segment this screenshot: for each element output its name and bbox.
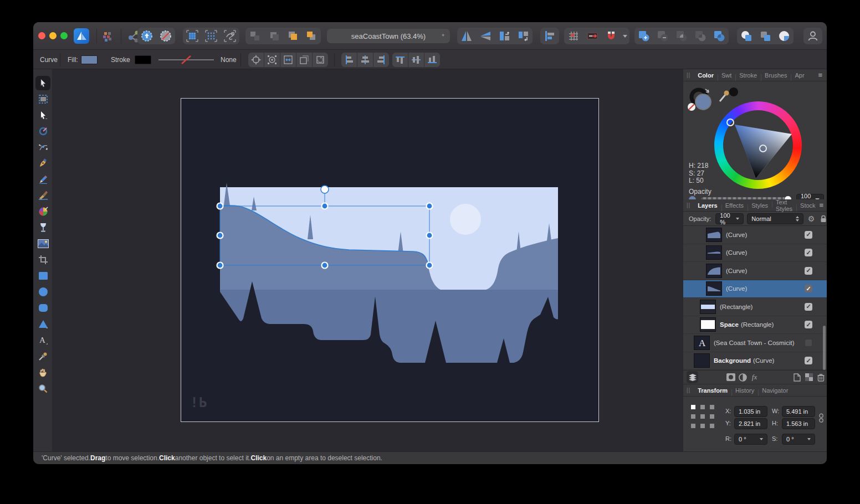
boolean-combine-button[interactable] <box>710 28 729 44</box>
delete-layer-trash-icon[interactable] <box>815 371 827 383</box>
insert-inside-button[interactable] <box>583 28 602 44</box>
align-center-h-button[interactable] <box>357 53 373 67</box>
tab-stroke[interactable]: Stroke <box>735 72 761 79</box>
tab-color[interactable]: Color <box>694 72 718 79</box>
stroke-width-slider[interactable] <box>158 50 214 69</box>
h-input[interactable]: 1.563 in <box>782 418 815 429</box>
close-button[interactable] <box>38 32 45 39</box>
tab-transform[interactable]: Transform <box>694 387 731 394</box>
snap-center-icon[interactable] <box>248 53 264 67</box>
layer-row[interactable]: (Curve)✓ <box>683 280 827 299</box>
bezier-handles-tool[interactable] <box>35 140 51 155</box>
vector-brush-tool[interactable] <box>35 188 51 203</box>
tab-appearance[interactable]: Apr <box>791 72 808 79</box>
layer-row[interactable]: Space(Rectangle)✓ <box>683 316 827 335</box>
stroke-swatch[interactable] <box>135 55 151 64</box>
lock-icon[interactable] <box>820 215 827 223</box>
separate-curves-button[interactable] <box>756 28 775 44</box>
y-input[interactable]: 2.821 in <box>734 418 767 429</box>
point-transform-tool[interactable] <box>35 124 51 138</box>
tab-text-styles[interactable]: Text Styles <box>772 199 796 212</box>
triangle-tool[interactable] <box>35 317 51 331</box>
pencil-tool[interactable] <box>35 172 51 187</box>
layer-visibility-checkbox[interactable]: ✓ <box>805 231 812 239</box>
w-input[interactable]: 5.491 in <box>782 406 815 417</box>
layer-thumbnail[interactable] <box>694 354 709 367</box>
layer-row[interactable]: (Curve)✓ <box>683 262 827 280</box>
tab-brushes[interactable]: Brushes <box>761 72 791 79</box>
panel-drag-handle[interactable]: || <box>687 387 690 393</box>
transform-objects-button[interactable] <box>221 28 239 44</box>
show-grid-button[interactable] <box>183 28 202 44</box>
pen-tool[interactable] <box>35 156 51 171</box>
align-right-button[interactable] <box>373 53 389 67</box>
layer-visibility-checkbox[interactable]: ✓ <box>805 321 812 328</box>
layer-effects-fx-icon[interactable]: fx <box>749 371 760 383</box>
tab-stock[interactable]: Stock <box>796 202 820 209</box>
account-button[interactable] <box>803 28 822 44</box>
layer-row[interactable]: (Rectangle)✓ <box>683 298 827 316</box>
document-title[interactable]: seaCoastTown (63.4%) * <box>327 29 450 43</box>
new-layer-icon[interactable] <box>791 371 803 383</box>
layer-thumbnail[interactable] <box>707 246 721 259</box>
layer-row[interactable]: Background(Curve)✓ <box>683 352 827 371</box>
stroke-width-value[interactable]: None <box>221 56 237 64</box>
rounded-rectangle-tool[interactable] <box>35 301 51 315</box>
node-tool[interactable] <box>35 108 51 122</box>
move-to-back-button[interactable] <box>245 28 264 44</box>
panel-drag-handle[interactable]: || <box>687 202 690 208</box>
snapping-dropdown[interactable] <box>621 28 629 44</box>
zoom-tool[interactable] <box>35 381 51 395</box>
zoom-button[interactable] <box>60 32 68 39</box>
canvas-viewport[interactable]: !Ь <box>53 69 683 451</box>
resize-mode-icon[interactable] <box>280 53 296 67</box>
boolean-intersect-button[interactable] <box>672 28 691 44</box>
tab-layers[interactable]: Layers <box>694 202 721 209</box>
layer-row[interactable]: (Curve)✓ <box>683 244 827 263</box>
layers-scrollbar[interactable] <box>823 326 826 370</box>
snap-grid-button[interactable] <box>202 28 221 44</box>
layer-thumbnail[interactable] <box>700 318 715 331</box>
rotate-mode-icon[interactable] <box>313 53 328 67</box>
revert-defaults-button[interactable] <box>156 28 175 44</box>
transparency-tool[interactable] <box>35 220 51 235</box>
layer-thumbnail[interactable] <box>707 228 721 241</box>
layer-thumbnail[interactable] <box>700 300 715 313</box>
rectangle-tool[interactable] <box>35 269 51 283</box>
rotate-ccw-button[interactable] <box>495 28 514 44</box>
pixel-grid-button[interactable] <box>564 28 583 44</box>
show-handles-icon[interactable] <box>264 53 280 67</box>
layers-stack-icon[interactable] <box>687 371 698 383</box>
snapping-magnet-button[interactable] <box>602 28 621 44</box>
align-bottom-button[interactable] <box>424 53 440 67</box>
text-tool[interactable]: A <box>35 333 51 347</box>
layer-visibility-checkbox[interactable]: ✓ <box>805 249 812 256</box>
view-tool[interactable] <box>35 365 51 379</box>
alignment-button[interactable] <box>540 28 559 44</box>
layer-visibility-checkbox[interactable] <box>805 339 812 347</box>
synchronise-defaults-button[interactable] <box>137 28 156 44</box>
blend-mode-dropdown[interactable]: Normal <box>747 213 803 224</box>
fill-swatch[interactable] <box>81 55 98 64</box>
rotation-dropdown[interactable]: 0 ° <box>734 434 767 445</box>
color-picker-tool[interactable] <box>35 349 51 363</box>
vector-crop-tool[interactable] <box>35 253 51 267</box>
transform-mode-icon[interactable] <box>296 53 312 67</box>
tab-navigator[interactable]: Navigator <box>758 387 792 394</box>
layer-visibility-checkbox[interactable]: ✓ <box>805 357 812 364</box>
tab-swatches[interactable]: Swt <box>718 72 735 79</box>
align-left-button[interactable] <box>341 53 357 67</box>
minimize-button[interactable] <box>49 32 57 39</box>
color-chooser-icon[interactable] <box>99 28 117 45</box>
anchor-point-selector[interactable] <box>691 405 718 431</box>
boolean-add-button[interactable] <box>634 28 653 44</box>
flip-horizontal-button[interactable] <box>457 28 476 44</box>
adjustment-layer-icon[interactable] <box>737 371 749 383</box>
layer-settings-gear-icon[interactable]: ⚙ <box>808 214 815 223</box>
hue-wheel[interactable] <box>714 101 802 189</box>
panel-drag-handle[interactable]: || <box>687 72 690 78</box>
move-back-one-button[interactable] <box>264 28 283 44</box>
boolean-divide-button[interactable] <box>691 28 710 44</box>
move-to-front-button[interactable] <box>302 28 321 44</box>
new-pixel-layer-icon[interactable] <box>803 371 815 383</box>
